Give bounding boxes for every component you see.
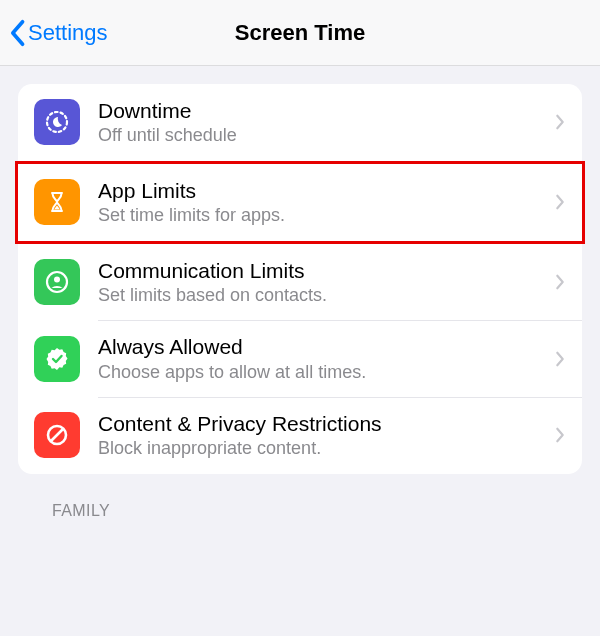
row-title: Communication Limits — [98, 258, 546, 284]
row-title: App Limits — [98, 178, 546, 204]
row-title: Downtime — [98, 98, 546, 124]
row-downtime[interactable]: Downtime Off until schedule — [18, 84, 582, 161]
svg-point-2 — [54, 276, 60, 282]
chevron-right-icon — [546, 350, 566, 368]
svg-line-4 — [51, 429, 63, 441]
row-content-privacy[interactable]: Content & Privacy Restrictions Block ina… — [18, 397, 582, 474]
chevron-left-icon — [8, 19, 26, 47]
contact-circle-icon — [34, 259, 80, 305]
row-subtitle: Choose apps to allow at all times. — [98, 361, 546, 384]
row-subtitle: Off until schedule — [98, 124, 546, 147]
row-always-allowed[interactable]: Always Allowed Choose apps to allow at a… — [18, 320, 582, 397]
chevron-right-icon — [546, 193, 566, 211]
nav-bar: Settings Screen Time — [0, 0, 600, 66]
chevron-right-icon — [546, 113, 566, 131]
section-header-family: FAMILY — [18, 474, 582, 528]
back-button[interactable]: Settings — [8, 19, 108, 47]
no-symbol-icon — [34, 412, 80, 458]
chevron-right-icon — [546, 273, 566, 291]
hourglass-icon — [34, 179, 80, 225]
row-app-limits[interactable]: App Limits Set time limits for apps. — [15, 161, 585, 244]
check-seal-icon — [34, 336, 80, 382]
row-subtitle: Set limits based on contacts. — [98, 284, 546, 307]
content: Downtime Off until schedule App Limits S… — [0, 66, 600, 528]
clock-moon-icon — [34, 99, 80, 145]
row-title: Always Allowed — [98, 334, 546, 360]
row-subtitle: Set time limits for apps. — [98, 204, 546, 227]
row-subtitle: Block inappropriate content. — [98, 437, 546, 460]
row-communication-limits[interactable]: Communication Limits Set limits based on… — [18, 244, 582, 321]
settings-group: Downtime Off until schedule App Limits S… — [18, 84, 582, 474]
back-label: Settings — [28, 20, 108, 46]
chevron-right-icon — [546, 426, 566, 444]
row-title: Content & Privacy Restrictions — [98, 411, 546, 437]
